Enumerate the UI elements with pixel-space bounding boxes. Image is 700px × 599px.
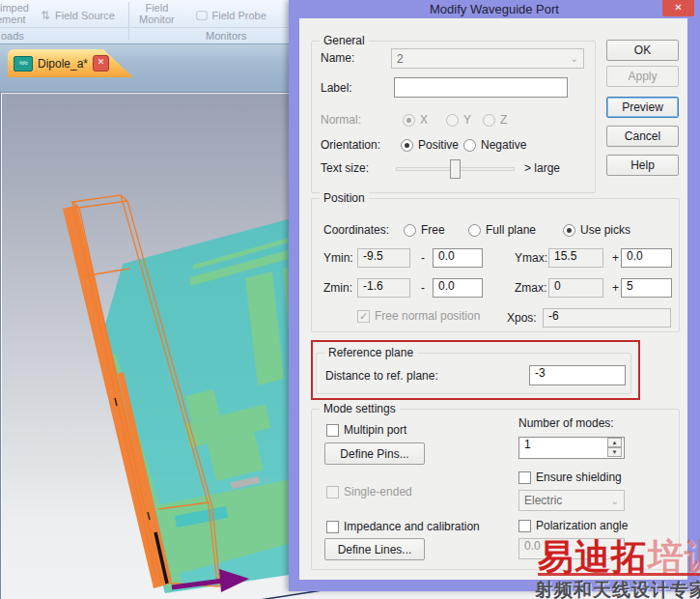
single-ended-checkbox[interactable]: Single-ended	[326, 485, 412, 499]
shield-type-value: Electric	[524, 494, 562, 507]
spinner-down-icon[interactable]: ▼	[607, 447, 622, 457]
number-of-modes-label: Number of modes:	[518, 416, 614, 430]
monitors-group-label: Monitors	[206, 30, 246, 42]
orientation-positive-label: Positive	[418, 138, 459, 152]
coord-full-plane-radio[interactable]: Full plane	[468, 223, 536, 237]
coord-use-picks-radio[interactable]: Use picks	[563, 223, 630, 237]
preview-button[interactable]: Preview	[606, 97, 679, 118]
polarization-input[interactable]: 0.0	[518, 538, 625, 559]
spinner-up-icon[interactable]: ▲	[607, 438, 622, 447]
polarization-checkbox[interactable]: Polarization angle	[518, 519, 628, 532]
chevron-down-icon: ⌄	[611, 496, 619, 506]
label-label: Label:	[321, 81, 352, 95]
normal-x-radio[interactable]: X	[403, 113, 428, 127]
zmin-label: Zmin:	[323, 281, 352, 295]
name-label: Name:	[321, 51, 354, 65]
define-lines-button[interactable]: Define Lines...	[324, 538, 425, 560]
normal-z-label: Z	[500, 113, 507, 127]
field-monitor-label-line2: Monitor	[139, 14, 175, 25]
field-monitor-button[interactable]: Field Monitor	[139, 2, 175, 25]
field-monitor-label-line1: Field	[139, 2, 175, 14]
radio-icon	[403, 114, 415, 127]
text-size-label: Text size:	[321, 161, 369, 175]
ribbon: imped ement ⇅ Field Source oads Field Mo…	[0, 0, 289, 44]
radio-icon	[563, 224, 575, 237]
document-tab-bar: ≈≈ Dipole_a* ✕	[0, 43, 289, 93]
ymax-input[interactable]: 15.5	[548, 248, 603, 268]
field-source-label: Field Source	[55, 10, 115, 21]
multipin-checkbox[interactable]: Multipin port	[326, 423, 406, 437]
free-normal-label: Free normal position	[375, 309, 480, 323]
zmin-input[interactable]: -1.6	[357, 278, 410, 298]
single-ended-label: Single-ended	[344, 485, 412, 499]
checkbox-icon	[326, 486, 339, 499]
radio-icon	[404, 224, 416, 237]
impedance-checkbox[interactable]: Impedance and calibration	[326, 520, 480, 533]
checkbox-icon	[326, 521, 339, 533]
normal-x-label: X	[420, 113, 428, 127]
cancel-button[interactable]: Cancel	[606, 126, 679, 147]
annotation-highlight-box	[311, 340, 640, 400]
lumped-element-label-line2: ement	[0, 14, 29, 25]
tab-dipole[interactable]: ≈≈ Dipole_a* ✕	[8, 49, 133, 77]
loads-group-label: oads	[1, 30, 24, 42]
radio-icon	[446, 114, 459, 127]
lumped-element-button[interactable]: imped ement	[0, 2, 29, 25]
dialog-title: Modify Waveguide Port	[289, 0, 700, 18]
radio-icon	[468, 224, 481, 237]
chevron-down-icon: ⌄	[571, 53, 578, 64]
ribbon-separator	[128, 2, 129, 41]
plus-sign: +	[612, 251, 619, 265]
orientation-positive-radio[interactable]: Positive	[401, 138, 459, 152]
zmin-offset-input[interactable]: 0.0	[433, 278, 483, 298]
tab-title: Dipole_a*	[38, 57, 88, 71]
minus-sign: -	[421, 251, 425, 265]
ensure-shielding-checkbox[interactable]: Ensure shielding	[518, 471, 622, 484]
label-input[interactable]	[394, 77, 568, 98]
normal-y-radio[interactable]: Y	[446, 113, 471, 127]
checkbox-icon	[326, 424, 339, 437]
field-source-icon: ⇅	[41, 9, 50, 22]
orientation-negative-radio[interactable]: Negative	[463, 138, 526, 152]
polarization-label: Polarization angle	[536, 519, 628, 532]
zmax-label: Zmax:	[515, 281, 546, 295]
name-dropdown[interactable]: 2 ⌄	[391, 48, 584, 69]
radio-icon	[463, 139, 476, 152]
ymin-input[interactable]: -9.5	[357, 248, 410, 268]
help-button[interactable]: Help	[606, 155, 679, 176]
position-legend: Position	[320, 191, 369, 205]
ensure-shielding-label: Ensure shielding	[536, 471, 622, 484]
ymin-label: Ymin:	[323, 251, 353, 265]
apply-button[interactable]: Apply	[606, 66, 679, 87]
checkbox-check-icon: ✓	[357, 310, 370, 323]
zmax-offset-input[interactable]: 5	[621, 278, 672, 298]
normal-label: Normal:	[321, 113, 361, 127]
field-probe-button[interactable]: 🖵 Field Probe	[196, 9, 266, 22]
free-normal-checkbox[interactable]: ✓ Free normal position	[357, 309, 480, 323]
dialog-close-icon[interactable]: ✕	[662, 0, 694, 16]
zmax-input[interactable]: 0	[548, 278, 603, 298]
xpos-input[interactable]: -6	[543, 308, 671, 328]
impedance-label: Impedance and calibration	[344, 520, 480, 533]
normal-y-label: Y	[463, 113, 471, 127]
dialog-content: OK Apply Preview Cancel Help General Nam…	[299, 18, 687, 580]
field-source-button[interactable]: ⇅ Field Source	[41, 9, 115, 22]
define-pins-button[interactable]: Define Pins...	[324, 442, 425, 465]
coordinates-label: Coordinates:	[323, 223, 389, 237]
project-icon: ≈≈	[14, 56, 33, 71]
orientation-label: Orientation:	[321, 138, 380, 152]
tab-close-icon[interactable]: ✕	[93, 55, 109, 71]
ymin-offset-input[interactable]: 0.0	[433, 248, 483, 268]
ymax-offset-input[interactable]: 0.0	[621, 248, 672, 268]
ok-button[interactable]: OK	[606, 40, 679, 61]
mode-settings-legend: Mode settings	[320, 402, 400, 415]
name-value: 2	[397, 52, 404, 66]
text-size-slider-handle[interactable]	[450, 159, 461, 179]
coord-full-plane-label: Full plane	[486, 223, 536, 237]
field-probe-icon: 🖵	[196, 9, 208, 22]
coord-free-radio[interactable]: Free	[404, 223, 445, 237]
lumped-element-label-line1: imped	[0, 2, 29, 14]
radio-icon	[401, 139, 413, 152]
normal-z-radio[interactable]: Z	[483, 113, 507, 127]
shield-type-dropdown[interactable]: Electric ⌄	[518, 490, 625, 511]
